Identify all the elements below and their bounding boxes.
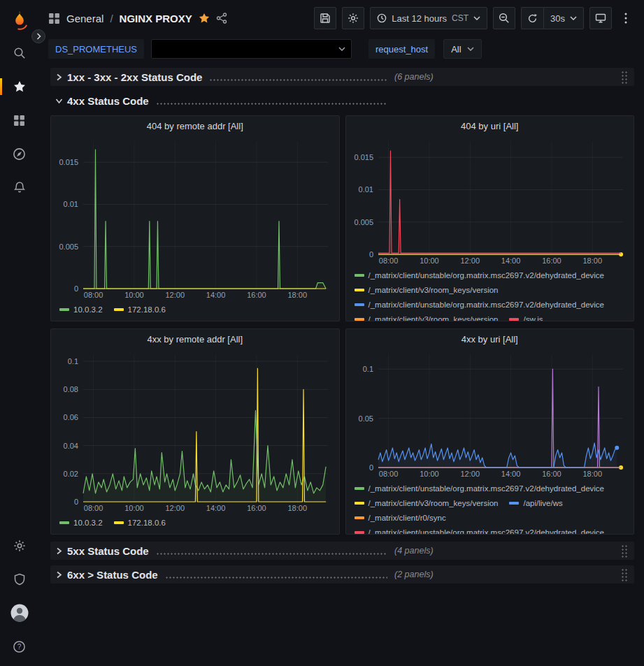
legend-item[interactable]: /_matrix/client/v3/room_keys/version [355, 495, 499, 510]
dashboards-nav-item[interactable] [0, 103, 38, 137]
request-host-variable: request_host All [368, 39, 482, 59]
row-1xx-3xx-2xx[interactable]: 1xx - 3xx - 2xx Status Code (6 panels) [50, 68, 634, 86]
legend-label: 172.18.0.6 [128, 519, 166, 527]
breadcrumb-folder[interactable]: General [66, 13, 103, 24]
dashboard-settings-button[interactable] [342, 7, 364, 29]
server-admin-nav-item[interactable] [0, 563, 38, 596]
request-host-variable-label[interactable]: request_host [368, 39, 435, 59]
refresh-icon [527, 13, 538, 24]
request-host-variable-select[interactable]: All [443, 39, 481, 59]
dashboard-title[interactable]: NGINX PROXY [120, 13, 192, 24]
dotted-leader [156, 103, 387, 105]
legend-label: 10.0.3.2 [73, 519, 103, 527]
sidebar-expand-button[interactable] [31, 29, 45, 43]
more-options-button[interactable] [617, 7, 634, 29]
legend-label: /_matrix/client/unstable/org.matrix.msc2… [368, 528, 605, 535]
grafana-flame-icon [10, 10, 29, 31]
legend-label: /_matrix/client/r0/sync [368, 514, 446, 522]
panel-title[interactable]: 404 by uri [All] [346, 116, 634, 136]
legend-label: /_matrix/client/unstable/org.matrix.msc2… [368, 484, 605, 493]
row-panel-count: (6 panels) [394, 72, 434, 82]
chart-legend: /_matrix/client/unstable/org.matrix.msc2… [346, 479, 634, 534]
share-button[interactable] [216, 13, 227, 24]
cycle-view-mode-button[interactable] [589, 7, 612, 29]
svg-text:18:00: 18:00 [287, 504, 307, 512]
refresh-button[interactable] [521, 7, 543, 29]
legend-item[interactable]: /_matrix/client/unstable/org.matrix.msc2… [355, 268, 605, 282]
dashboard-variables-bar: DS_PROMETHEUS request_host All [38, 36, 644, 61]
refresh-interval-dropdown[interactable]: 30s [543, 7, 584, 29]
panel-title-text: 404 by remote addr [All] [147, 121, 243, 131]
chevron-down-icon [50, 96, 67, 105]
time-range-picker[interactable]: Last 12 hours CST [370, 7, 487, 29]
chart-legend: /_matrix/client/unstable/org.matrix.msc2… [346, 266, 634, 321]
svg-text:10:00: 10:00 [420, 256, 439, 265]
legend-item[interactable]: /_matrix/client/v3/room_keys/version [355, 282, 499, 297]
panel-404-by-remote-addr: 404 by remote addr [All] 08:0010:0012:00… [50, 115, 340, 321]
datasource-variable-label[interactable]: DS_PROMETHEUS [48, 39, 144, 59]
favorite-toggle[interactable] [199, 13, 210, 24]
datasource-variable-select[interactable] [151, 39, 352, 59]
explore-nav-item[interactable] [0, 137, 38, 171]
legend-item[interactable]: /api/live/ws [509, 495, 562, 510]
legend-label: /_matrix/client/unstable/org.matrix.msc2… [368, 301, 605, 309]
legend-swatch [59, 308, 69, 311]
grafana-app: ? General / NGINX PROXY [0, 0, 644, 666]
alerting-nav-item[interactable] [0, 171, 38, 204]
svg-text:0.005: 0.005 [354, 218, 373, 226]
panel-title[interactable]: 404 by remote addr [All] [51, 116, 339, 136]
svg-text:16:00: 16:00 [247, 291, 266, 299]
save-dashboard-button[interactable] [314, 7, 336, 29]
legend-label: 10.0.3.2 [73, 305, 103, 314]
legend-item[interactable]: /sw.js [509, 312, 543, 321]
svg-text:16:00: 16:00 [247, 504, 266, 512]
gear-icon [13, 540, 26, 552]
legend-swatch [355, 531, 364, 534]
dotted-leader [156, 553, 387, 555]
help-question-icon: ? [13, 640, 26, 653]
time-series-chart[interactable]: 08:0010:0012:0014:0016:0018:0000.020.040… [55, 349, 335, 514]
configuration-nav-item[interactable] [0, 529, 38, 563]
panel-4xx-by-remote-addr: 4xx by remote addr [All] 08:0010:0012:00… [50, 328, 340, 535]
time-series-chart[interactable]: 08:0010:0012:0014:0016:0018:0000.0050.01… [55, 136, 335, 301]
shield-icon [13, 573, 26, 586]
help-nav-item[interactable]: ? [0, 630, 38, 663]
panel-title-text: 404 by uri [All] [461, 121, 518, 131]
legend-item[interactable]: 10.0.3.2 [59, 302, 103, 317]
svg-text:10:00: 10:00 [124, 504, 144, 512]
starred-nav-item[interactable] [0, 70, 38, 103]
row-5xx[interactable]: 5xx Status Code (4 panels) [50, 542, 634, 560]
svg-text:?: ? [17, 643, 22, 651]
row-drag-handle[interactable] [621, 568, 628, 581]
user-profile-nav-item[interactable] [0, 596, 38, 630]
panel-grid: 404 by remote addr [All] 08:0010:0012:00… [50, 115, 634, 535]
legend-item[interactable]: /_matrix/client/unstable/org.matrix.msc2… [355, 297, 605, 312]
svg-text:0.01: 0.01 [358, 185, 373, 194]
legend-item[interactable]: /_matrix/client/v3/room_keys/version [355, 312, 499, 321]
legend-item[interactable]: /_matrix/client/unstable/org.matrix.msc2… [355, 481, 605, 495]
row-title: 1xx - 3xx - 2xx Status Code [67, 71, 202, 83]
row-6xx[interactable]: 6xx > Status Code (2 panels) [50, 565, 634, 584]
legend-swatch [355, 303, 364, 306]
legend-label: /api/live/ws [523, 499, 562, 507]
time-series-chart[interactable]: 08:0010:0012:0014:0016:0018:0000.050.1 [350, 349, 630, 479]
legend-item[interactable]: 172.18.0.6 [114, 302, 166, 317]
compass-icon [13, 147, 26, 161]
search-nav-item[interactable] [0, 36, 38, 70]
legend-item[interactable]: 10.0.3.2 [59, 515, 103, 530]
legend-swatch [114, 521, 124, 524]
legend-item[interactable]: /_matrix/client/unstable/org.matrix.msc2… [355, 525, 605, 534]
svg-text:0.01: 0.01 [64, 200, 78, 208]
legend-item[interactable]: 172.18.0.6 [114, 515, 166, 530]
panel-title[interactable]: 4xx by uri [All] [346, 329, 634, 349]
row-drag-handle[interactable] [621, 544, 628, 558]
svg-text:18:00: 18:00 [287, 291, 307, 299]
panel-title[interactable]: 4xx by remote addr [All] [51, 329, 339, 349]
row-drag-handle[interactable] [621, 71, 628, 84]
svg-text:0.04: 0.04 [64, 442, 78, 450]
zoom-out-button[interactable] [493, 7, 515, 29]
svg-text:0.1: 0.1 [362, 365, 373, 373]
row-4xx[interactable]: 4xx Status Code [50, 92, 634, 110]
legend-item[interactable]: /_matrix/client/r0/sync [355, 510, 446, 525]
time-series-chart[interactable]: 08:0010:0012:0014:0016:0018:0000.0050.01… [350, 136, 630, 266]
